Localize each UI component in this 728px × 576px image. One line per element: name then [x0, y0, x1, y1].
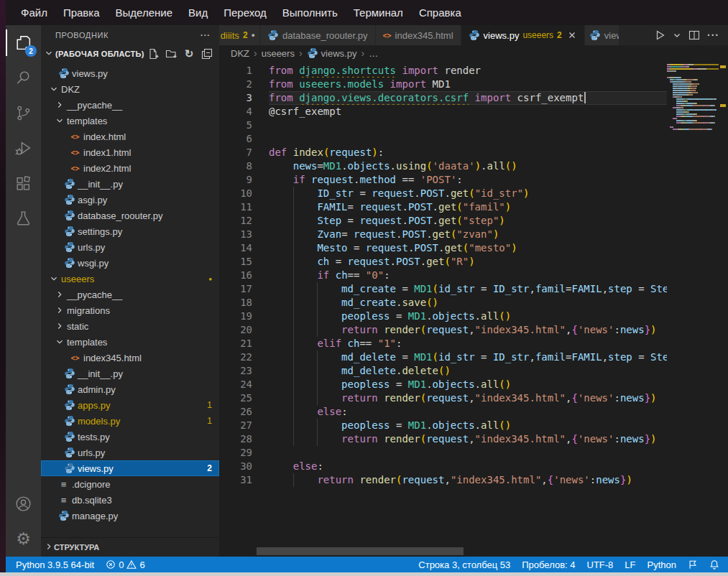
- activity-run-debug[interactable]: [6, 131, 41, 166]
- run-dropdown-button[interactable]: [673, 31, 681, 40]
- status-feedback[interactable]: [688, 559, 698, 570]
- tree-item-models-py[interactable]: models.py1: [41, 413, 219, 429]
- tree-item-migrations[interactable]: migrations: [41, 302, 219, 318]
- menu-вид[interactable]: Вид: [180, 6, 216, 19]
- sidebar-more-icon[interactable]: ···: [201, 31, 211, 40]
- code-line-8[interactable]: 8news=MD1.objects.using('daata').all(): [219, 159, 667, 173]
- code-line-25[interactable]: 25return render(request,"index345.html",…: [219, 391, 667, 405]
- horizontal-scrollbar[interactable]: [257, 547, 464, 555]
- activity-search[interactable]: [6, 60, 41, 96]
- tree-item--pycache-[interactable]: __pycache__: [41, 97, 219, 113]
- menu-переход[interactable]: Переход: [216, 6, 275, 19]
- menu-терминал[interactable]: Терминал: [346, 6, 411, 19]
- activity-source-control[interactable]: [6, 96, 41, 131]
- tree-item-urls-py[interactable]: urls.py: [41, 239, 219, 255]
- code-line-26[interactable]: 26else:: [219, 405, 667, 419]
- activity-explorer[interactable]: 2: [6, 25, 41, 60]
- status-indentation[interactable]: Пробелов: 4: [522, 559, 575, 570]
- code-line-7[interactable]: 7def index(request):: [219, 146, 667, 159]
- activity-account[interactable]: [6, 486, 41, 521]
- code-line-27[interactable]: 27peopless = MD1.objects.all(): [219, 419, 667, 432]
- status-problems[interactable]: 06: [106, 559, 144, 570]
- breadcrumb-item[interactable]: useeers: [262, 48, 295, 59]
- tree-item-urls-py[interactable]: urls.py: [41, 445, 219, 460]
- tree-item-index-html[interactable]: <>index.html: [41, 129, 219, 144]
- code-line-11[interactable]: 11FAMIL= request.POST.get("famil"): [219, 200, 667, 214]
- new-folder-button[interactable]: [165, 47, 178, 60]
- run-button[interactable]: [654, 29, 665, 41]
- status-notifications[interactable]: [709, 559, 719, 570]
- tree-item--init-py[interactable]: __init__.py: [41, 366, 219, 381]
- code-line-10[interactable]: 10ID_str = request.POST.get("id_str"): [219, 187, 667, 200]
- menu-выполнить[interactable]: Выполнить: [275, 6, 346, 19]
- tab-views-py-4[interactable]: views.py: [585, 25, 619, 45]
- more-actions-button[interactable]: ···: [707, 29, 719, 41]
- tree-item-views-py[interactable]: views.py: [41, 65, 219, 81]
- code-line-3[interactable]: 3from django.views.decorators.csrf impor…: [219, 91, 667, 105]
- code-line-12[interactable]: 12Step = request.POST.get("step"): [219, 214, 667, 228]
- workspace-section-header[interactable]: (РАБОЧАЯ ОБЛАСТЬ) ... ↻: [41, 45, 219, 62]
- code-line-18[interactable]: 18md_create.save(): [219, 296, 667, 310]
- tree-item-database-roouter-py[interactable]: database_roouter.py: [41, 208, 219, 223]
- tree-item--init-py[interactable]: __init__.py: [41, 176, 219, 192]
- tree-item-tests-py[interactable]: tests.py: [41, 429, 219, 445]
- code-line-16[interactable]: 16if ch== "0":: [219, 269, 667, 282]
- code-line-15[interactable]: 15ch = request.POST.get("R"): [219, 255, 667, 269]
- refresh-button[interactable]: ↻: [183, 47, 195, 60]
- tree-item-index1-html[interactable]: <>index1.html: [41, 144, 219, 160]
- new-file-button[interactable]: [147, 47, 160, 60]
- status-python-version[interactable]: Python 3.9.5 64-bit: [16, 559, 94, 570]
- tree-item-db-sqlite3[interactable]: ≡db.sqlite3: [41, 492, 219, 508]
- code-line-28[interactable]: 28return render(request,"index345.html",…: [219, 432, 667, 446]
- vertical-scrollbar[interactable]: [719, 61, 728, 557]
- tree-item-useeers[interactable]: useeers●: [41, 271, 219, 287]
- activity-extensions[interactable]: [6, 166, 41, 201]
- tree-item-admin-py[interactable]: admin.py: [41, 381, 219, 397]
- code-line-20[interactable]: 20return render(request,"index345.html",…: [219, 323, 667, 337]
- code-line-4[interactable]: 4@csrf_exempt: [219, 105, 667, 119]
- tree-item--dcignore[interactable]: ≡.dcignore: [41, 476, 219, 492]
- menu-правка[interactable]: Правка: [55, 6, 108, 19]
- tree-item-manage-py[interactable]: manage.py: [41, 508, 219, 524]
- menu-справка[interactable]: Справка: [411, 6, 469, 19]
- code-line-22[interactable]: 22md_delete = MD1(id_str = ID_str,famil=…: [219, 350, 667, 364]
- code-line-23[interactable]: 23md_delete.delete(): [219, 364, 667, 378]
- tab-index345-html-2[interactable]: <>index345.html: [376, 25, 461, 45]
- tree-item-views-py[interactable]: views.py2: [41, 460, 219, 476]
- tree-item-index2-html[interactable]: <>index2.html: [41, 160, 219, 176]
- code-line-9[interactable]: 9if request.method == 'POST':: [219, 173, 667, 187]
- menu-выделение[interactable]: Выделение: [108, 6, 180, 19]
- menu-файл[interactable]: Файл: [13, 6, 55, 19]
- activity-settings[interactable]: ⚙: [6, 521, 41, 557]
- status-encoding[interactable]: UTF-8: [587, 559, 614, 570]
- tree-item-static[interactable]: static: [41, 318, 219, 334]
- tree-item-templates[interactable]: templates: [41, 334, 219, 350]
- activity-testing[interactable]: [6, 201, 41, 236]
- tree-item--pycache-[interactable]: __pycache__: [41, 287, 219, 302]
- code-line-1[interactable]: 1from django.shortcuts import render: [219, 64, 667, 78]
- code-line-30[interactable]: 30else:: [219, 460, 667, 473]
- code-line-31[interactable]: 31return render(request,"index345.html",…: [219, 473, 667, 487]
- outline-section-header[interactable]: СТРУКТУРА: [41, 537, 219, 557]
- close-icon[interactable]: [567, 30, 577, 40]
- split-editor-button[interactable]: [688, 29, 700, 41]
- code-line-14[interactable]: 14Mesto = request.POST.get("mesto"): [219, 241, 667, 255]
- code-line-6[interactable]: 6: [219, 132, 667, 146]
- code-line-24[interactable]: 24peopless = MD1.objects.all(): [219, 378, 667, 391]
- code-line-2[interactable]: 2from useeers.models import MD1: [219, 78, 667, 91]
- tree-item-dkz[interactable]: DKZ: [41, 81, 219, 97]
- tab-views-py-3[interactable]: views.pyuseeers2: [461, 25, 585, 45]
- tree-item-wsgi-py[interactable]: wsgi.py: [41, 255, 219, 271]
- collapse-all-button[interactable]: [201, 47, 213, 60]
- tree-item-asgi-py[interactable]: asgi.py: [41, 192, 219, 208]
- code-line-5[interactable]: 5: [219, 119, 667, 132]
- tree-item-settings-py[interactable]: settings.py: [41, 223, 219, 239]
- code-editor[interactable]: 1from django.shortcuts import render2fro…: [219, 61, 728, 557]
- breadcrumb-item[interactable]: views.py: [307, 47, 357, 59]
- tree-item-index345-html[interactable]: <>index345.html: [41, 350, 219, 366]
- code-line-19[interactable]: 19peopless = MD1.objects.all(): [219, 310, 667, 323]
- status-cursor-position[interactable]: Строка 3, столбец 53: [418, 559, 510, 570]
- tab-diiits-0[interactable]: diiits2●: [219, 25, 260, 45]
- status-language[interactable]: Python: [648, 559, 676, 570]
- tree-item-templates[interactable]: templates: [41, 113, 219, 129]
